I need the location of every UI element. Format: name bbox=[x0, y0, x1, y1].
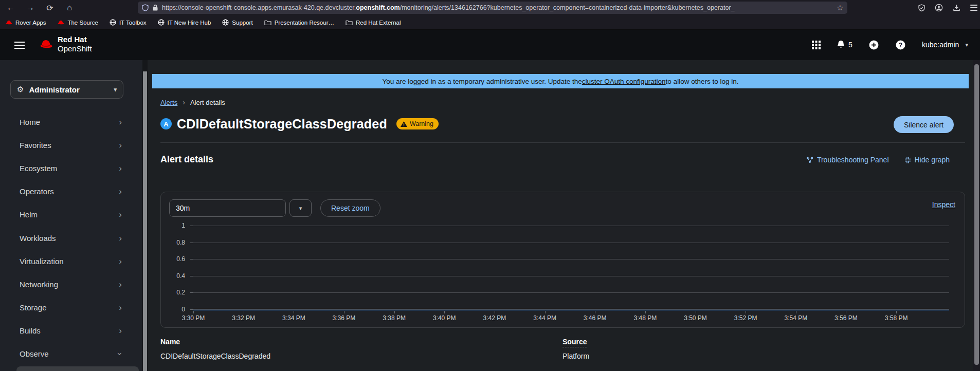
x-tick-mark bbox=[696, 311, 696, 313]
x-tick-label: 3:54 PM bbox=[784, 314, 807, 322]
bookmark-the-source[interactable]: The Source bbox=[57, 20, 98, 26]
hide-graph-link[interactable]: Hide graph bbox=[904, 156, 950, 164]
chart-y-axis: 10.80.60.40.20 bbox=[161, 226, 190, 309]
forward-icon[interactable]: → bbox=[24, 1, 37, 14]
breadcrumb-current: Alert details bbox=[190, 99, 225, 106]
x-tick-label: 3:36 PM bbox=[333, 314, 356, 322]
y-tick-label: 0 bbox=[182, 306, 185, 313]
masthead: Red HatOpenShift 5 ? kube:admin ▾ bbox=[0, 30, 980, 60]
silence-alert-button[interactable]: Silence alert bbox=[894, 116, 954, 133]
sidebar-item-favorites[interactable]: Favorites› bbox=[0, 138, 142, 152]
timespan-input[interactable]: 30m bbox=[169, 199, 286, 217]
x-tick-mark bbox=[193, 311, 194, 313]
globe-icon bbox=[110, 19, 116, 26]
sidebar-item-networking[interactable]: Networking› bbox=[0, 277, 142, 291]
chevron-right-icon: › bbox=[119, 210, 122, 219]
perspective-switcher[interactable]: ⚙ Administrator ▾ bbox=[10, 80, 123, 99]
inspect-link[interactable]: Inspect bbox=[932, 200, 955, 209]
chevron-right-icon: › bbox=[119, 234, 122, 243]
login-banner: You are logged in as a temporary adminis… bbox=[152, 74, 969, 88]
sidebar-scrollbar-thumb[interactable] bbox=[143, 71, 147, 371]
url-bar[interactable]: https://console-openshift-console.apps.e… bbox=[138, 2, 847, 14]
notifications-bell-icon[interactable] bbox=[835, 39, 846, 50]
account-icon[interactable] bbox=[933, 2, 945, 14]
add-circle-icon[interactable] bbox=[868, 39, 879, 50]
x-tick-label: 3:46 PM bbox=[584, 314, 607, 322]
bookmarks-bar: Rover Apps The Source IT Toolbox IT New … bbox=[0, 15, 980, 30]
sidebar-item-storage[interactable]: Storage› bbox=[0, 300, 142, 314]
timespan-dropdown-toggle[interactable]: ▾ bbox=[289, 199, 312, 217]
user-menu[interactable]: kube:admin ▾ bbox=[922, 41, 968, 49]
x-tick-label: 3:50 PM bbox=[684, 314, 707, 322]
sidebar-item-operators[interactable]: Operators› bbox=[0, 184, 142, 198]
shield-check-icon[interactable] bbox=[915, 2, 928, 14]
source-field-label[interactable]: Source bbox=[562, 338, 587, 347]
sidebar-item-builds[interactable]: Builds› bbox=[0, 323, 142, 338]
globe-icon bbox=[158, 19, 165, 26]
x-tick-label: 3:48 PM bbox=[633, 314, 657, 322]
sidebar-subitem-partial[interactable] bbox=[16, 366, 139, 371]
screen: ← → ⟳ ⌂ https://console-openshift-consol… bbox=[0, 0, 980, 371]
sidebar-item-observe[interactable]: Observe› bbox=[0, 346, 142, 361]
nav-toggle-icon[interactable] bbox=[14, 40, 25, 51]
x-tick-label: 3:40 PM bbox=[433, 314, 456, 322]
bookmark-support[interactable]: Support bbox=[222, 19, 252, 26]
bookmark-it-new-hire-hub[interactable]: IT New Hire Hub bbox=[158, 19, 211, 26]
x-tick-label: 3:38 PM bbox=[383, 314, 406, 322]
library-icon[interactable] bbox=[950, 2, 963, 14]
shield-icon[interactable] bbox=[142, 4, 149, 11]
redhat-fedora-icon bbox=[38, 39, 53, 50]
reset-zoom-button[interactable]: Reset zoom bbox=[320, 199, 380, 217]
page-scrollbar bbox=[973, 60, 980, 371]
sidebar-item-workloads[interactable]: Workloads› bbox=[0, 231, 142, 245]
sidebar-scrollbar bbox=[142, 60, 148, 371]
chevron-right-icon: › bbox=[119, 303, 122, 312]
y-tick-label: 0.8 bbox=[176, 239, 185, 246]
sidebar-item-home[interactable]: Home› bbox=[0, 115, 142, 129]
x-tick-mark bbox=[545, 311, 546, 313]
sidebar-item-ecosystem[interactable]: Ecosystem› bbox=[0, 161, 142, 175]
breadcrumb: Alerts › Alert details bbox=[160, 98, 225, 106]
gridline bbox=[193, 259, 949, 259]
name-field-value: CDIDefaultStorageClassDegraded bbox=[160, 352, 270, 360]
title-row: A CDIDefaultStorageClassDegraded Warning bbox=[160, 114, 439, 134]
x-tick-mark bbox=[244, 311, 244, 313]
menu-icon[interactable] bbox=[968, 2, 980, 14]
graph-card: 30m ▾ Reset zoom Inspect 10.80.60.40.20 … bbox=[160, 192, 965, 328]
x-tick-mark bbox=[394, 311, 395, 313]
app-launcher-icon[interactable] bbox=[810, 39, 822, 50]
help-icon[interactable]: ? bbox=[895, 39, 906, 50]
svg-text:?: ? bbox=[898, 41, 902, 48]
x-tick-mark bbox=[746, 311, 746, 313]
breadcrumb-alerts-link[interactable]: Alerts bbox=[160, 99, 177, 106]
notification-count: 5 bbox=[848, 41, 852, 49]
lock-icon[interactable] bbox=[152, 4, 158, 11]
x-tick-label: 3:52 PM bbox=[734, 314, 757, 322]
home-icon[interactable]: ⌂ bbox=[63, 1, 76, 14]
oauth-config-link[interactable]: cluster OAuth configuration bbox=[582, 78, 666, 85]
y-tick-label: 0.2 bbox=[176, 289, 185, 296]
x-tick-label: 3:32 PM bbox=[232, 314, 255, 322]
x-tick-label: 3:58 PM bbox=[885, 314, 908, 322]
chevron-right-icon: › bbox=[119, 326, 122, 335]
bookmark-presentation-resources[interactable]: Presentation Resour… bbox=[264, 20, 334, 26]
chevron-right-icon: › bbox=[119, 187, 122, 196]
bookmark-rover-apps[interactable]: Rover Apps bbox=[5, 20, 46, 26]
sidebar-item-helm[interactable]: Helm› bbox=[0, 207, 142, 221]
x-tick-label: 3:56 PM bbox=[834, 314, 858, 322]
bookmark-red-hat-external[interactable]: Red Hat External bbox=[346, 20, 401, 26]
chevron-right-icon: › bbox=[119, 280, 122, 289]
bookmark-star-icon[interactable]: ☆ bbox=[837, 4, 843, 12]
gridline bbox=[193, 243, 949, 243]
gridline bbox=[193, 292, 949, 293]
chart-plot bbox=[193, 226, 949, 309]
page-scrollbar-thumb[interactable] bbox=[974, 64, 979, 365]
reload-icon[interactable]: ⟳ bbox=[43, 1, 57, 14]
divider bbox=[160, 142, 965, 143]
bookmark-it-toolbox[interactable]: IT Toolbox bbox=[110, 19, 147, 26]
url-text: https://console-openshift-console.apps.e… bbox=[162, 4, 832, 11]
folder-icon bbox=[346, 20, 353, 26]
back-icon[interactable]: ← bbox=[4, 1, 17, 14]
troubleshooting-panel-link[interactable]: Troubleshooting Panel bbox=[806, 156, 889, 164]
sidebar-item-virtualization[interactable]: Virtualization› bbox=[0, 254, 142, 268]
